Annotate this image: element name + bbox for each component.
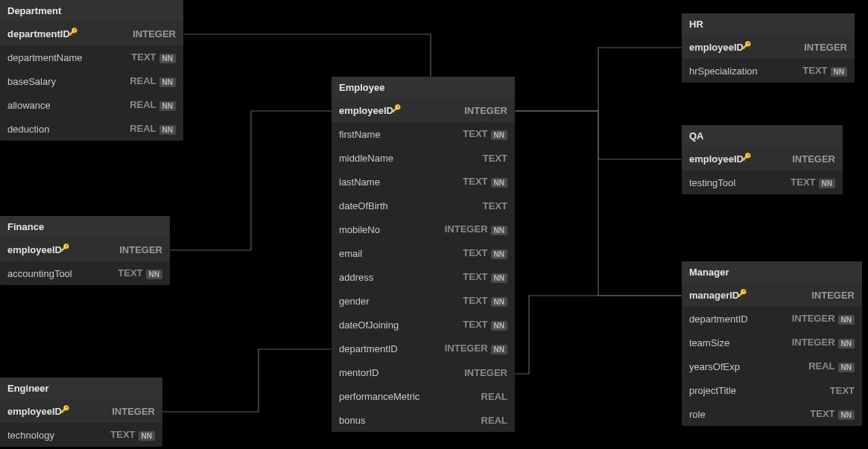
- column-type-text: INTEGER: [133, 28, 176, 39]
- column-row[interactable]: firstNameTEXTNN: [332, 122, 515, 146]
- column-name-text: departmentID: [689, 313, 748, 325]
- column-row[interactable]: departmentID🔑INTEGER: [0, 22, 183, 45]
- column-row[interactable]: emailTEXTNN: [332, 241, 515, 265]
- column-name-text: managerID: [689, 290, 739, 301]
- column-type-text: REAL: [130, 123, 156, 134]
- not-null-badge: NN: [819, 179, 835, 188]
- column-type: REAL: [481, 415, 507, 426]
- column-type-text: REAL: [130, 99, 156, 110]
- entity-manager[interactable]: ManagermanagerID🔑INTEGERdepartmentIDINTE…: [682, 261, 862, 426]
- entity-header[interactable]: Engineer: [0, 378, 162, 399]
- column-row[interactable]: employeeID🔑INTEGER: [682, 147, 843, 171]
- primary-key-icon: 🔑: [742, 153, 751, 161]
- not-null-badge: NN: [491, 297, 507, 307]
- column-row[interactable]: mobileNoINTEGERNN: [332, 217, 515, 241]
- column-type: TEXT: [483, 153, 507, 164]
- column-row[interactable]: roleTEXTNN: [682, 402, 862, 426]
- column-name-text: projectTitle: [689, 385, 736, 396]
- entity-finance[interactable]: FinanceemployeeID🔑INTEGERaccountingToolT…: [0, 216, 170, 285]
- column-type-text: TEXT: [463, 176, 487, 187]
- column-type: TEXTNN: [791, 176, 835, 188]
- column-type: REALNN: [130, 75, 176, 86]
- column-type-text: REAL: [481, 391, 507, 402]
- entity-header[interactable]: Manager: [682, 261, 862, 283]
- not-null-badge: NN: [491, 226, 507, 235]
- column-type-text: TEXT: [110, 429, 135, 440]
- entity-hr[interactable]: HRemployeeID🔑INTEGERhrSpecializationTEXT…: [682, 13, 855, 83]
- column-row[interactable]: departmentNameTEXTNN: [0, 45, 183, 69]
- column-row[interactable]: performanceMetricREAL: [332, 384, 515, 408]
- column-row[interactable]: projectTitleTEXT: [682, 378, 862, 402]
- column-row[interactable]: deductionREALNN: [0, 117, 183, 141]
- column-type-text: TEXT: [463, 271, 487, 282]
- entity-header[interactable]: Department: [0, 0, 183, 22]
- column-type: INTEGER: [112, 406, 155, 417]
- column-row[interactable]: middleNameTEXT: [332, 146, 515, 170]
- entity-qa[interactable]: QAemployeeID🔑INTEGERtestingToolTEXTNN: [682, 125, 843, 194]
- column-row[interactable]: technologyTEXTNN: [0, 423, 162, 447]
- column-row[interactable]: employeeID🔑INTEGER: [0, 238, 170, 261]
- not-null-badge: NN: [159, 54, 176, 63]
- entity-header[interactable]: HR: [682, 13, 855, 35]
- column-row[interactable]: baseSalaryREALNN: [0, 69, 183, 93]
- entity-header[interactable]: Employee: [332, 77, 515, 98]
- column-name: testingTool: [689, 177, 791, 188]
- column-row[interactable]: teamSizeINTEGERNN: [682, 331, 862, 354]
- column-type: INTEGER: [792, 153, 835, 165]
- column-row[interactable]: lastNameTEXTNN: [332, 170, 515, 194]
- column-row[interactable]: employeeID🔑INTEGER: [332, 98, 515, 122]
- entity-department[interactable]: DepartmentdepartmentID🔑INTEGERdepartment…: [0, 0, 183, 141]
- column-name: employeeID🔑: [689, 153, 792, 165]
- column-row[interactable]: addressTEXTNN: [332, 265, 515, 289]
- primary-key-icon: 🔑: [738, 289, 747, 297]
- column-row[interactable]: departmentIDINTEGERNN: [332, 337, 515, 360]
- not-null-badge: NN: [491, 345, 507, 354]
- column-row[interactable]: allowanceREALNN: [0, 93, 183, 117]
- not-null-badge: NN: [838, 315, 855, 325]
- column-type: INTEGERNN: [792, 313, 855, 324]
- entity-header[interactable]: QA: [682, 125, 843, 147]
- column-name: accountingTool: [7, 268, 118, 279]
- column-row[interactable]: yearsOfExpREALNN: [682, 354, 862, 378]
- entity-employee[interactable]: EmployeeemployeeID🔑INTEGERfirstNameTEXTN…: [332, 77, 515, 432]
- column-row[interactable]: dateOfBirthTEXT: [332, 194, 515, 217]
- relationship-line: [515, 48, 682, 111]
- column-name: projectTitle: [689, 385, 830, 396]
- column-name: firstName: [339, 129, 463, 140]
- column-name: gender: [339, 296, 463, 307]
- column-type-text: REAL: [481, 415, 507, 426]
- column-name: lastName: [339, 176, 463, 188]
- column-row[interactable]: hrSpecializationTEXTNN: [682, 59, 855, 83]
- column-row[interactable]: dateOfJoiningTEXTNN: [332, 313, 515, 337]
- column-row[interactable]: employeeID🔑INTEGER: [682, 35, 855, 59]
- entity-engineer[interactable]: EngineeremployeeID🔑INTEGERtechnologyTEXT…: [0, 378, 162, 447]
- column-type: REALNN: [130, 99, 176, 110]
- column-name-text: testingTool: [689, 177, 735, 188]
- column-type: INTEGERNN: [445, 343, 507, 354]
- column-name: departmentName: [7, 52, 131, 63]
- column-type-text: INTEGER: [119, 244, 162, 255]
- column-type: TEXTNN: [131, 51, 176, 63]
- not-null-badge: NN: [159, 125, 176, 135]
- column-row[interactable]: mentorIDINTEGER: [332, 360, 515, 384]
- primary-key-icon: 🔑: [60, 405, 69, 413]
- relationship-line: [183, 34, 431, 77]
- column-row[interactable]: managerID🔑INTEGER: [682, 283, 862, 307]
- column-type: TEXTNN: [802, 65, 847, 76]
- column-type: TEXTNN: [118, 267, 162, 278]
- column-name: address: [339, 272, 463, 283]
- column-type-text: TEXT: [131, 51, 156, 63]
- entity-header[interactable]: Finance: [0, 216, 170, 238]
- column-name-text: allowance: [7, 100, 51, 111]
- column-row[interactable]: bonusREAL: [332, 408, 515, 432]
- column-type-text: INTEGER: [464, 105, 507, 116]
- column-row[interactable]: accountingToolTEXTNN: [0, 261, 170, 285]
- column-type-text: TEXT: [483, 153, 507, 164]
- column-name: employeeID🔑: [689, 42, 804, 53]
- primary-key-icon: 🔑: [392, 104, 401, 112]
- column-name: dateOfBirth: [339, 200, 483, 211]
- column-row[interactable]: departmentIDINTEGERNN: [682, 307, 862, 331]
- column-row[interactable]: genderTEXTNN: [332, 289, 515, 313]
- column-row[interactable]: testingToolTEXTNN: [682, 171, 843, 194]
- column-row[interactable]: employeeID🔑INTEGER: [0, 399, 162, 423]
